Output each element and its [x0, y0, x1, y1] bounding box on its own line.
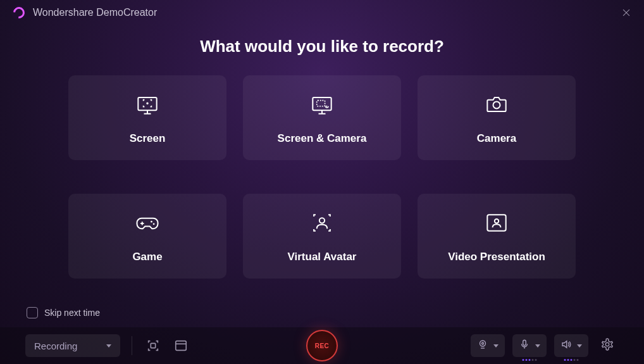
card-label: Virtual Avatar: [288, 251, 357, 263]
svg-rect-7: [317, 101, 325, 106]
svg-point-3: [147, 103, 147, 103]
close-icon[interactable]: [620, 6, 633, 19]
card-label: Video Presentation: [448, 251, 545, 263]
record-label: REC: [315, 342, 330, 349]
page-title: What would you like to record?: [0, 37, 644, 56]
svg-point-20: [480, 341, 486, 346]
svg-point-16: [495, 219, 498, 223]
webcam-control[interactable]: [471, 334, 505, 357]
card-label: Screen & Camera: [278, 132, 367, 145]
mode-label: Recording: [34, 341, 77, 351]
chevron-down-icon: [493, 344, 498, 348]
svg-rect-17: [151, 343, 155, 348]
record-button[interactable]: REC: [306, 330, 338, 361]
camera-icon: [483, 91, 511, 121]
mic-icon: [519, 339, 530, 353]
svg-point-9: [493, 101, 500, 108]
svg-rect-4: [313, 97, 331, 110]
screen-camera-icon: [308, 91, 336, 121]
svg-point-13: [153, 223, 155, 225]
option-video-presentation[interactable]: Video Presentation: [418, 194, 576, 279]
right-controls: [471, 334, 619, 357]
settings-button[interactable]: [596, 334, 619, 357]
app-title: Wondershare DemoCreator: [33, 7, 157, 18]
card-label: Screen: [130, 132, 166, 145]
titlebar: Wondershare DemoCreator: [0, 0, 644, 25]
svg-rect-22: [523, 340, 526, 345]
svg-point-14: [319, 218, 325, 223]
window-select-button[interactable]: [171, 336, 190, 355]
divider: [132, 336, 132, 355]
presentation-icon: [483, 209, 511, 239]
card-label: Game: [132, 251, 162, 263]
screen-icon: [133, 91, 161, 121]
skip-label: Skip next time: [44, 308, 100, 318]
svg-point-12: [151, 221, 152, 223]
svg-rect-18: [176, 341, 187, 351]
webcam-icon: [477, 339, 488, 353]
option-game[interactable]: Game: [68, 194, 226, 279]
avatar-icon: [308, 209, 336, 239]
card-label: Camera: [477, 132, 516, 145]
app-logo-icon: [11, 5, 27, 20]
svg-point-23: [605, 342, 609, 346]
chevron-down-icon: [106, 344, 111, 348]
option-screen[interactable]: Screen: [68, 75, 226, 160]
chevron-down-icon: [577, 344, 582, 348]
skip-row: Skip next time: [0, 296, 644, 327]
game-icon: [133, 209, 161, 239]
gear-icon: [600, 337, 614, 354]
option-camera[interactable]: Camera: [418, 75, 576, 160]
svg-point-8: [326, 106, 327, 107]
mode-dropdown[interactable]: Recording: [25, 334, 120, 357]
mic-control[interactable]: [512, 334, 547, 357]
app-window: Wondershare DemoCreator What would you l…: [0, 0, 644, 364]
svg-point-21: [482, 342, 484, 344]
record-options-grid: Screen Screen & Camera: [0, 75, 644, 296]
speaker-icon: [560, 339, 572, 353]
option-virtual-avatar[interactable]: Virtual Avatar: [243, 194, 401, 279]
chevron-down-icon: [535, 344, 540, 348]
skip-checkbox[interactable]: [27, 307, 38, 318]
region-select-button[interactable]: [144, 336, 163, 355]
bottom-toolbar: Recording REC: [0, 327, 644, 364]
speaker-control[interactable]: [554, 334, 588, 357]
option-screen-camera[interactable]: Screen & Camera: [243, 75, 401, 160]
